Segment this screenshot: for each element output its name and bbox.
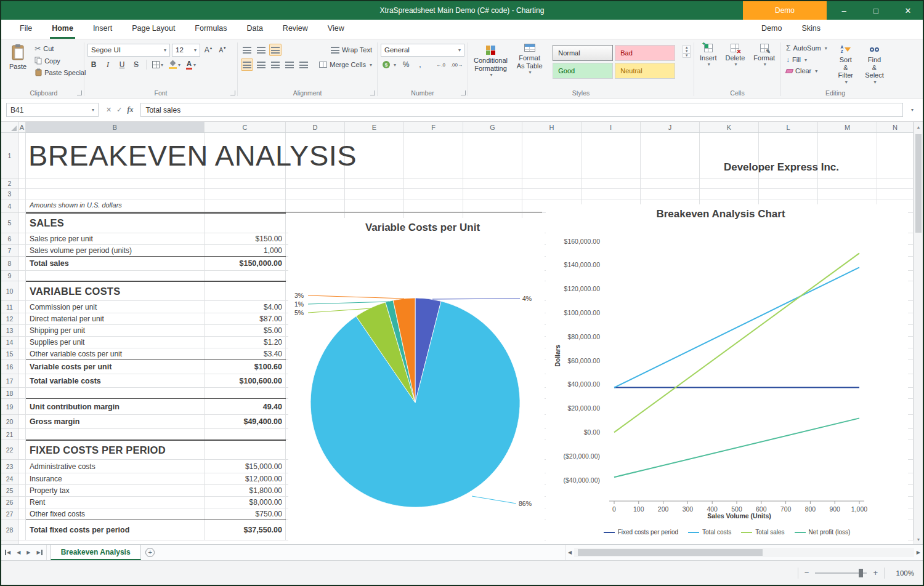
decrease-decimal-button[interactable]: .00→	[449, 58, 464, 71]
column-header-A[interactable]: A	[18, 122, 26, 132]
wrap-text-button[interactable]: Wrap Text	[329, 46, 374, 54]
number-format-select[interactable]: General▾	[381, 44, 464, 57]
cell-fixed-costs-per-period[interactable]: FIXED COSTS PER PERIOD	[30, 440, 166, 460]
align-center-button[interactable]	[255, 58, 267, 71]
clipboard-dialog-launcher[interactable]	[77, 90, 82, 95]
cell-value-gross-margin[interactable]: $49,400.00	[205, 415, 282, 429]
zoom-out-button[interactable]: −	[804, 568, 809, 577]
underline-button[interactable]: U	[116, 58, 128, 71]
cell-value-insurance[interactable]: $12,000.00	[205, 473, 282, 485]
first-sheet-button[interactable]: ◀	[5, 550, 10, 555]
menu-tab-demo[interactable]: Demo	[760, 20, 784, 39]
bold-button[interactable]: B	[87, 58, 100, 71]
cell-other-variable-costs-per-unit[interactable]: Other variable costs per unit	[30, 348, 203, 360]
comma-style-button[interactable]: ,	[414, 58, 426, 71]
cell-commission-per-unit[interactable]: Commission per unit	[30, 301, 203, 313]
cell-value-other-variable-costs-per-unit[interactable]: $3.40	[205, 348, 282, 360]
cells-area[interactable]: BREAKEVEN ANALYSIS Developer Express Inc…	[18, 133, 914, 544]
row-header-1[interactable]: 1	[1, 133, 18, 179]
horizontal-scrollbar[interactable]: ◀ ▶	[565, 545, 923, 560]
column-header-C[interactable]: C	[205, 122, 286, 132]
cell-value-supplies-per-unit[interactable]: $1.20	[205, 337, 282, 348]
column-header-M[interactable]: M	[818, 122, 877, 132]
decrease-indent-button[interactable]	[283, 58, 296, 71]
select-all-corner[interactable]	[1, 122, 18, 132]
menu-tab-view[interactable]: View	[326, 20, 346, 39]
row-header-25[interactable]: 25	[1, 485, 18, 497]
paste-special-button[interactable]: Paste Special	[33, 68, 87, 77]
cell-value-other-fixed-costs[interactable]: $750.00	[205, 508, 282, 520]
cell-value-sales-volume-per-period-units[interactable]: 1,000	[205, 245, 282, 257]
column-header-K[interactable]: K	[700, 122, 759, 132]
fill-button[interactable]: ↓Fill▾	[784, 55, 829, 65]
row-header-23[interactable]: 23	[1, 460, 18, 473]
row-header-14[interactable]: 14	[1, 337, 18, 348]
column-header-B[interactable]: B	[26, 122, 205, 132]
row-header-5[interactable]: 5	[1, 213, 18, 233]
row-header-26[interactable]: 26	[1, 497, 18, 508]
increase-indent-button[interactable]	[298, 58, 310, 71]
zoom-in-button[interactable]: +	[873, 568, 878, 577]
column-header-F[interactable]: F	[404, 122, 463, 132]
vertical-scrollbar-thumb[interactable]	[915, 134, 922, 233]
menu-tab-home[interactable]: Home	[50, 20, 75, 39]
cell-value-total-variable-costs[interactable]: $100,600.00	[205, 374, 282, 388]
column-header-E[interactable]: E	[345, 122, 404, 132]
align-top-button[interactable]	[241, 44, 253, 56]
scroll-right-button[interactable]: ▶	[917, 550, 920, 555]
line-chart[interactable]: Breakeven Analysis Chart Dollars $160,00…	[546, 204, 908, 543]
font-name-select[interactable]: Segoe UI▾	[87, 44, 170, 57]
formula-input[interactable]: Total sales	[140, 103, 903, 117]
insert-function-button[interactable]: fx	[127, 105, 133, 114]
cell-value-variable-costs-per-unit[interactable]: $100.60	[205, 360, 282, 374]
cell-value-unit-contribution-margin[interactable]: 49.40	[205, 399, 282, 415]
horizontal-scrollbar-thumb[interactable]	[578, 549, 763, 556]
column-header-L[interactable]: L	[759, 122, 818, 132]
row-header-28[interactable]: 28	[1, 520, 18, 540]
prev-sheet-button[interactable]: ◀	[17, 550, 20, 555]
increase-font-button[interactable]: A▴	[202, 44, 214, 56]
menu-tab-file[interactable]: File	[18, 20, 34, 39]
cell-sales-volume-per-period-units[interactable]: Sales volume per period (units)	[30, 245, 203, 257]
merge-cells-button[interactable]: Merge Cells▾	[317, 60, 374, 69]
enter-entry-button[interactable]: ✓	[116, 106, 122, 114]
row-header-6[interactable]: 6	[1, 233, 18, 245]
format-as-table-button[interactable]: Format As Table ▾	[514, 42, 545, 76]
row-header-11[interactable]: 11	[1, 301, 18, 313]
column-header-D[interactable]: D	[286, 122, 345, 132]
style-neutral[interactable]: Neutral	[615, 63, 675, 79]
cell-value-administrative-costs[interactable]: $15,000.00	[205, 460, 282, 473]
close-button[interactable]: ✕	[893, 1, 923, 20]
cell-value-total-fixed-costs-per-period[interactable]: $37,550.00	[205, 520, 282, 540]
column-header-H[interactable]: H	[522, 122, 582, 132]
row-header-19[interactable]: 19	[1, 399, 18, 415]
row-header-16[interactable]: 16	[1, 360, 18, 374]
font-size-select[interactable]: 12▾	[172, 44, 200, 57]
cell-total-variable-costs[interactable]: Total variable costs	[30, 374, 203, 388]
horizontal-scrollbar-track[interactable]	[574, 548, 914, 557]
name-box[interactable]: B41▾	[6, 103, 99, 117]
cancel-entry-button[interactable]: ✕	[106, 106, 111, 114]
pie-chart[interactable]: Variable Costs per Unit 4%86%5%1%3%	[288, 218, 545, 543]
zoom-slider-thumb[interactable]	[859, 569, 863, 577]
zoom-level[interactable]: 100%	[891, 569, 914, 577]
style-bad[interactable]: Bad	[615, 45, 675, 61]
row-header-9[interactable]: 9	[1, 271, 18, 281]
menu-tab-skins[interactable]: Skins	[800, 20, 822, 39]
formula-bar-expand-button[interactable]: ▾	[907, 107, 918, 113]
row-header-27[interactable]: 27	[1, 508, 18, 520]
scroll-left-button[interactable]: ◀	[568, 550, 572, 555]
format-cells-button[interactable]: ✎ Format ▾	[751, 42, 777, 68]
style-normal[interactable]: Normal	[553, 45, 613, 61]
align-left-button[interactable]	[241, 58, 253, 71]
last-sheet-button[interactable]: ▶	[36, 550, 42, 555]
decrease-font-button[interactable]: A▾	[216, 44, 229, 56]
minimize-button[interactable]: –	[829, 1, 859, 20]
cell-value-sales-price-per-unit[interactable]: $150.00	[205, 233, 282, 245]
next-sheet-button[interactable]: ▶	[26, 550, 30, 555]
column-header-J[interactable]: J	[641, 122, 700, 132]
cell-variable-costs[interactable]: VARIABLE COSTS	[30, 281, 120, 301]
row-header-15[interactable]: 15	[1, 348, 18, 360]
zoom-slider[interactable]	[815, 572, 867, 574]
gallery-expand-button[interactable]: ▼	[683, 53, 690, 57]
